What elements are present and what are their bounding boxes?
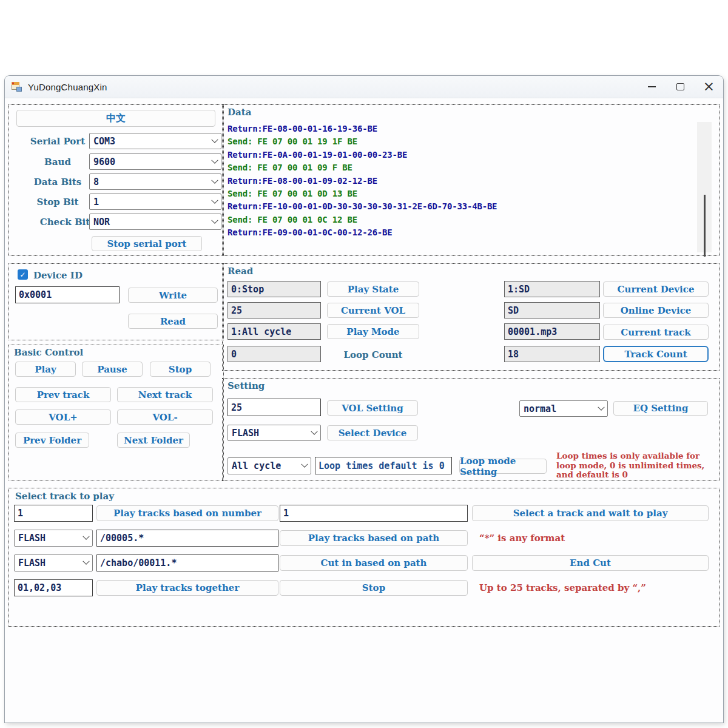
play-by-number-button[interactable]: Play tracks based on number [96, 505, 278, 521]
stop-bit-value: 1 [93, 197, 99, 207]
baud-value: 9600 [93, 157, 115, 167]
data-bits-label: Data Bits [21, 177, 94, 187]
device-select-value: FLASH [232, 428, 259, 439]
eq-select[interactable]: normal [519, 400, 608, 417]
select-track-panel: Select track to play 1 Play tracks based… [8, 488, 720, 627]
next-folder-button[interactable]: Next Folder [117, 433, 190, 448]
serial-port-select[interactable]: COM3 [89, 133, 221, 149]
device-id-label: Device ID [33, 270, 83, 281]
loop-mode-select[interactable]: All cycle [228, 457, 311, 474]
device-id-checkbox[interactable]: ✓ [18, 269, 28, 280]
play-by-path-button[interactable]: Play tracks based on path [280, 530, 468, 546]
stop-serial-port-button[interactable]: Stop serial port [92, 236, 202, 251]
end-cut-button[interactable]: End Cut [472, 555, 709, 571]
check-bit-select[interactable]: NOR [89, 214, 221, 230]
stop-button[interactable]: Stop [150, 362, 211, 377]
next-track-button[interactable]: Next track [117, 387, 213, 402]
data-log: Return:FE-08-00-01-16-19-36-BE Send: FE … [228, 123, 695, 240]
loop-mode-setting-button[interactable]: Loop mode Setting [459, 459, 547, 474]
log-line: Send: FE 07 00 01 19 1F BE [228, 135, 695, 148]
cut-in-button[interactable]: Cut in based on path [280, 555, 468, 571]
loop-times-input[interactable]: Loop times default is 0 [315, 457, 452, 474]
play-together-button[interactable]: Play tracks together [96, 580, 278, 596]
chevron-down-icon [211, 217, 218, 223]
log-line: Return:FE-09-00-01-0C-00-12-26-BE [228, 226, 695, 239]
path-device-value: FLASH [18, 533, 46, 544]
minimize-icon [648, 86, 656, 87]
read-panel: Read 0:Stop Play State 25 Current VOL 1:… [222, 263, 720, 371]
path-device-select[interactable]: FLASH [14, 530, 93, 547]
close-button[interactable]: × [695, 76, 723, 98]
track-count-button[interactable]: Track Count [603, 346, 709, 362]
basic-control-panel: Basic Control Play Pause Stop Prev track… [8, 345, 224, 480]
stop-bit-select[interactable]: 1 [89, 194, 221, 210]
loop-times-note: Loop times is only available for loop mo… [556, 451, 708, 480]
close-icon: × [703, 79, 715, 93]
cut-device-value: FLASH [18, 558, 46, 568]
current-device-button[interactable]: Current Device [603, 281, 709, 297]
play-button[interactable]: Play [15, 362, 76, 377]
track-list-input[interactable]: 01,02,03 [14, 579, 93, 596]
track-number-input[interactable]: 1 [14, 505, 93, 522]
online-device-button[interactable]: Online Device [603, 303, 709, 318]
play-state-button[interactable]: Play State [327, 281, 419, 297]
current-vol-button[interactable]: Current VOL [327, 303, 419, 318]
device-id-panel: ✓ Device ID 0x0001 Write Read [8, 263, 224, 340]
cut-device-select[interactable]: FLASH [14, 554, 93, 571]
vol-up-button[interactable]: VOL+ [15, 410, 111, 425]
wait-track-input[interactable]: 1 [280, 505, 468, 522]
select-and-wait-button[interactable]: Select a track and wait to play [472, 505, 709, 521]
tracks-stop-button[interactable]: Stop [280, 580, 468, 596]
select-device-button[interactable]: Select Device [327, 425, 418, 440]
play-mode-button[interactable]: Play Mode [327, 324, 419, 339]
baud-label: Baud [21, 157, 94, 167]
minimize-button[interactable] [638, 76, 666, 98]
log-line: Send: FE 07 00 01 09 F BE [228, 161, 695, 174]
prev-folder-button[interactable]: Prev Folder [15, 433, 89, 448]
current-device-field: 1:SD [504, 281, 600, 297]
device-id-input[interactable]: 0x0001 [15, 286, 120, 303]
app-window: YuDongChuangXin × 中文 Serial Port COM3 Ba… [5, 76, 723, 723]
data-scrollbar-thumb[interactable] [704, 195, 706, 257]
vol-setting-button[interactable]: VOL Setting [327, 400, 418, 416]
current-track-button[interactable]: Current track [603, 325, 709, 340]
stop-bit-label: Stop Bit [21, 197, 94, 207]
chevron-down-icon [211, 157, 218, 163]
app-icon [12, 82, 22, 92]
play-path-input[interactable]: /00005.* [96, 530, 278, 547]
data-scrollbar[interactable] [697, 122, 712, 252]
pause-button[interactable]: Pause [82, 362, 143, 377]
data-bits-select[interactable]: 8 [89, 174, 221, 190]
cut-path-input[interactable]: /chabo/00011.* [96, 554, 278, 571]
vol-down-button[interactable]: VOL- [117, 410, 213, 425]
log-line: Return:FE-10-00-01-0D-30-30-30-30-31-2E-… [228, 200, 695, 213]
device-id-read-button[interactable]: Read [128, 314, 218, 329]
baud-select[interactable]: 9600 [89, 153, 221, 170]
online-device-field: SD [504, 302, 600, 318]
data-panel-title: Data [228, 107, 251, 118]
setting-panel: Setting 25 VOL Setting normal EQ Setting… [222, 378, 720, 481]
language-toggle-button[interactable]: 中文 [16, 110, 215, 127]
window-title: YuDongChuangXin [28, 82, 107, 92]
device-id-write-button[interactable]: Write [128, 288, 218, 303]
chevron-down-icon [83, 533, 89, 540]
eq-setting-button[interactable]: EQ Setting [613, 401, 708, 416]
maximize-button[interactable] [666, 76, 695, 98]
eq-value: normal [524, 403, 556, 414]
device-select[interactable]: FLASH [228, 425, 321, 441]
chevron-down-icon [83, 558, 89, 565]
chevron-down-icon [311, 428, 317, 434]
track-count-field: 18 [504, 346, 600, 362]
check-bit-value: NOR [93, 217, 110, 228]
chevron-down-icon [211, 136, 218, 143]
select-track-title: Select track to play [15, 491, 114, 502]
vol-setting-input[interactable]: 25 [228, 399, 321, 416]
prev-track-button[interactable]: Prev track [15, 387, 111, 402]
loop-mode-value: All cycle [232, 460, 281, 471]
loop-count-label: Loop Count [327, 349, 419, 360]
current-vol-field: 25 [228, 302, 321, 318]
chevron-down-icon [211, 177, 218, 183]
serial-panel: 中文 Serial Port COM3 Baud 9600 Data Bits … [8, 104, 224, 256]
current-track-field: 00001.mp3 [504, 323, 600, 340]
log-line: Return:FE-08-00-01-09-02-12-BE [228, 175, 695, 187]
